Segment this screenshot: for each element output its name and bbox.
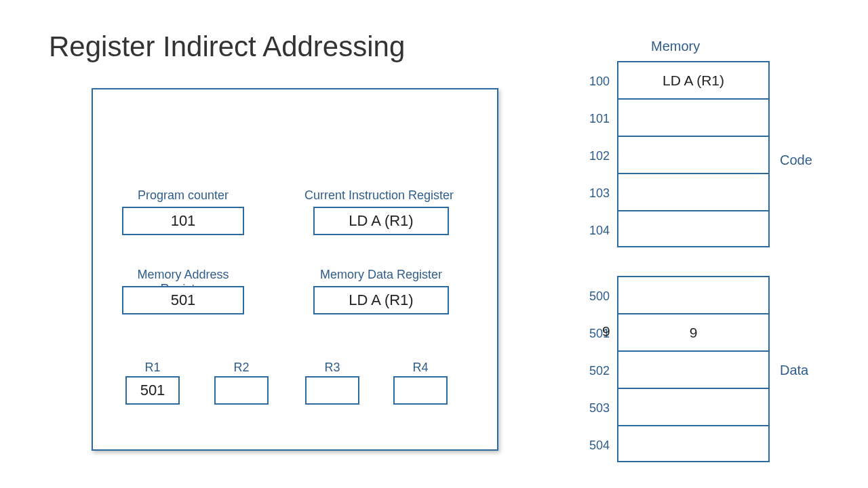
memory-code-label: Code	[780, 152, 812, 168]
memory-title: Memory	[651, 39, 700, 54]
page-title: Register Indirect Addressing	[49, 30, 405, 63]
memory-addr: 502	[572, 364, 610, 378]
memory-addr: 101	[572, 112, 610, 126]
r4-label: R4	[393, 361, 448, 375]
memory-row: 500	[618, 276, 768, 313]
memory-row: 503	[618, 388, 768, 425]
r1-value: 501	[125, 376, 180, 405]
memory-addr: 504	[572, 439, 610, 453]
in-transit-value: 9	[602, 323, 610, 340]
mar-value: 501	[122, 286, 244, 314]
memory-val: LD A (R1)	[618, 73, 768, 89]
memory-data-table: 500 501 9 502 503 504	[617, 276, 770, 462]
r1-label: R1	[125, 361, 180, 375]
cir-value: LD A (R1)	[313, 207, 449, 235]
pc-value: 101	[122, 207, 244, 235]
r4-value	[393, 376, 448, 405]
memory-addr: 103	[572, 186, 610, 201]
memory-addr: 104	[572, 224, 610, 238]
mdr-label: Memory Data Register	[313, 268, 449, 282]
memory-row: 102	[618, 136, 768, 173]
memory-row: 103	[618, 173, 768, 210]
r3-value	[305, 376, 359, 405]
memory-addr: 500	[572, 289, 610, 304]
memory-val: 9	[618, 325, 768, 341]
r3-label: R3	[305, 361, 359, 375]
memory-row: 504	[618, 425, 768, 462]
memory-addr: 102	[572, 149, 610, 163]
memory-row: 501 9	[618, 313, 768, 350]
memory-row: 100 LD A (R1)	[618, 61, 768, 98]
memory-row: 502	[618, 350, 768, 388]
mdr-value: LD A (R1)	[313, 286, 449, 314]
memory-addr: 100	[572, 75, 610, 89]
r2-label: R2	[214, 361, 269, 375]
memory-data-label: Data	[780, 363, 808, 378]
memory-addr: 503	[572, 401, 610, 415]
pc-label: Program counter	[122, 188, 244, 203]
memory-row: 101	[618, 98, 768, 136]
memory-row: 104	[618, 210, 768, 247]
r2-value	[214, 376, 269, 405]
cir-label: Current Instruction Register	[288, 188, 471, 203]
memory-code-table: 100 LD A (R1) 101 102 103 104	[617, 61, 770, 247]
